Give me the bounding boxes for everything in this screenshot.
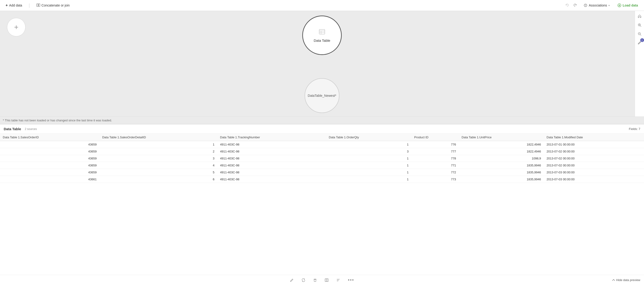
table-cell: 2013-07-01 00:00:00 (544, 141, 644, 148)
table-cell: 2013-07-03 00:00:00 (544, 176, 644, 183)
table-cell: 43659 (0, 141, 99, 148)
add-data-button[interactable]: + Add data (4, 2, 24, 8)
col-sales-order-id: Data Table 1.SalesOrderID (0, 134, 99, 141)
table-cell: 2013-07-02 00:00:00 (544, 148, 644, 155)
table-cell: 4911-403C-98 (217, 162, 326, 169)
redo-button[interactable] (572, 2, 578, 8)
table-cell: 5 (99, 169, 217, 176)
table-row: 4366164911-403C-9817731835,99462013-07-0… (0, 176, 644, 183)
table-row: 4365914911-403C-9817761822,49462013-07-0… (0, 141, 644, 148)
associations-chevron: ▾ (608, 4, 610, 7)
svg-rect-23 (325, 279, 328, 282)
table-cell: 778 (412, 155, 459, 162)
divider: | (28, 3, 30, 8)
preview-header: Data Table 2 sources Fields: 7 (0, 124, 644, 134)
sort-tool-button[interactable] (335, 277, 342, 284)
table-cell: 772 (412, 169, 459, 176)
table-header-row: Data Table 1.SalesOrderID Data Table 1.S… (0, 134, 644, 141)
svg-line-13 (640, 26, 641, 27)
table-cell: 43659 (0, 162, 99, 169)
load-data-button[interactable]: Load data (615, 2, 640, 8)
col-unit-price: Data Table 1.UnitPrice (459, 134, 544, 141)
table-cell: 1098,9 (459, 155, 544, 162)
fields-count: Fields: 7 (629, 127, 640, 131)
svg-line-17 (640, 34, 641, 36)
zoom-in-button[interactable] (636, 22, 643, 28)
table-cell: 1 (326, 141, 412, 148)
table-cell: 1822,4946 (459, 148, 544, 155)
more-icon: ••• (348, 277, 354, 283)
toolbar-left: + Add data | Concatenate or join (4, 2, 72, 8)
canvas-area: + Data Table DataTable_Newest* 1 (0, 11, 644, 116)
table-cell: 4911-403C-98 (217, 141, 326, 148)
table-cell: 2013-07-02 00:00:00 (544, 155, 644, 162)
newest-table-label: DataTable_Newest* (308, 94, 336, 98)
svg-rect-8 (319, 30, 325, 34)
table-cell: 1 (326, 162, 412, 169)
table-cell: 773 (412, 176, 459, 183)
data-table-wrapper[interactable]: Data Table 1.SalesOrderID Data Table 1.S… (0, 134, 644, 275)
table-row: 4365944911-403C-9817711835,99462013-07-0… (0, 162, 644, 169)
table-cell: 43659 (0, 155, 99, 162)
hide-preview-button[interactable]: Hide data preview (612, 278, 640, 282)
undo-button[interactable] (564, 2, 570, 8)
load-data-label: Load data (623, 4, 638, 7)
col-tracking-number: Data Table 1.TrackingNumber (217, 134, 326, 141)
canvas-note: * This table has not been loaded or has … (0, 116, 644, 124)
refresh-tool-button[interactable] (300, 277, 307, 284)
add-node-button[interactable]: + (7, 18, 26, 36)
table-cell: 777 (412, 148, 459, 155)
more-tool-button[interactable]: ••• (346, 276, 356, 284)
table-cell: 3 (326, 148, 412, 155)
columns-tool-button[interactable] (323, 277, 330, 284)
table-cell: 4911-403C-98 (217, 155, 326, 162)
table-cell: 1822,4946 (459, 141, 544, 148)
table-cell: 1 (326, 169, 412, 176)
concatenate-button[interactable]: Concatenate or join (34, 2, 72, 8)
table-cell: 1 (326, 176, 412, 183)
edit-badge: 1 (640, 38, 644, 42)
table-cell: 771 (412, 162, 459, 169)
table-cell: 1835,9946 (459, 169, 544, 176)
svg-rect-19 (314, 280, 316, 282)
home-button[interactable] (636, 13, 643, 20)
table-cell: 1 (326, 155, 412, 162)
table-cell: 43659 (0, 148, 99, 155)
col-order-qty: Data Table 1.OrderQty (326, 134, 412, 141)
table-cell: 776 (412, 141, 459, 148)
edit-button[interactable]: 1 (636, 39, 643, 46)
data-table-node-label: Data Table (314, 38, 330, 42)
table-cell: 2 (99, 148, 217, 155)
data-table-node[interactable]: Data Table (302, 16, 342, 55)
table-cell: 1835,9946 (459, 162, 544, 169)
associations-button[interactable]: Associations ▾ (582, 2, 612, 8)
zoom-out-button[interactable] (636, 30, 643, 37)
table-cell: 1835,9946 (459, 176, 544, 183)
table-cell: 4911-403C-98 (217, 169, 326, 176)
add-icon: + (14, 23, 18, 32)
table-cell: 2013-07-02 00:00:00 (544, 162, 644, 169)
table-cell: 6 (99, 176, 217, 183)
table-row: 4365954911-403C-9817721835,99462013-07-0… (0, 169, 644, 176)
newest-table-node[interactable]: DataTable_Newest* (304, 78, 340, 113)
undo-redo-group (564, 2, 578, 8)
col-modified-date: Data Table 1.Modified Date (544, 134, 644, 141)
hide-preview-label: Hide data preview (616, 278, 640, 282)
table-cell: 1 (99, 141, 217, 148)
edit-tool-button[interactable] (288, 277, 295, 284)
table-row: 4365924911-403C-9837771822,49462013-07-0… (0, 148, 644, 155)
preview-title-group: Data Table 2 sources (4, 127, 37, 131)
main-toolbar: + Add data | Concatenate or join (0, 0, 644, 11)
toolbar-right: Associations ▾ Load data (564, 2, 640, 8)
delete-tool-button[interactable] (312, 277, 318, 284)
associations-label: Associations (589, 4, 607, 7)
preview-title: Data Table (4, 127, 21, 131)
svg-rect-0 (37, 4, 38, 6)
table-cell: 4911-403C-98 (217, 176, 326, 183)
concatenate-label: Concatenate or join (42, 4, 70, 7)
plus-icon: + (6, 3, 8, 8)
data-preview-panel: Data Table 2 sources Fields: 7 Data Tabl… (0, 124, 644, 285)
preview-toolbar: ••• Hide data preview (0, 275, 644, 285)
data-table: Data Table 1.SalesOrderID Data Table 1.S… (0, 134, 644, 183)
table-row: 4365934911-403C-9817781098,92013-07-02 0… (0, 155, 644, 162)
